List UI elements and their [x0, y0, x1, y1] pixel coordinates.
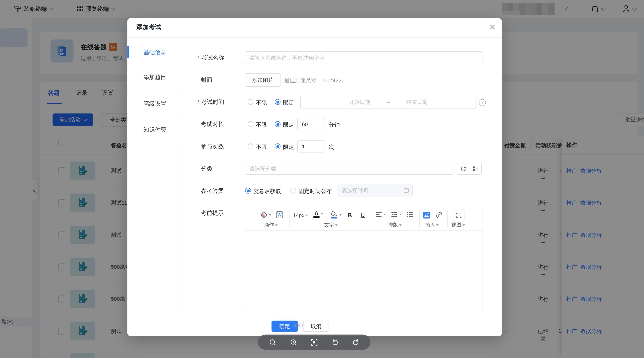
import-word-button[interactable]: W [276, 211, 284, 219]
fullscreen-icon [456, 212, 462, 219]
insert-link-button[interactable] [435, 211, 443, 219]
attempts-value-input[interactable] [298, 140, 324, 153]
caret-down-icon [275, 224, 278, 226]
exam-time-unlimited-label: 不限 [256, 99, 267, 106]
toolbar-divider [419, 210, 420, 228]
add-exam-dialog: 添加考试 ✕ 基础信息 添加题目 高级设置 知识付费 考试名称 封面 添加图片 … [127, 18, 502, 336]
exam-date-range-picker[interactable]: 开始日期 ~ 结束日期 [300, 96, 476, 109]
link-icon [435, 211, 443, 219]
chevron-down-icon [384, 214, 386, 216]
manage-category-button[interactable] [469, 163, 482, 175]
insert-image-button[interactable] [422, 212, 430, 219]
refresh-category-button[interactable] [457, 163, 470, 175]
font-size-value: 14px [293, 212, 304, 218]
dialog-title: 添加考试 [136, 23, 161, 31]
image-icon [422, 212, 430, 219]
caret-down-icon [335, 224, 338, 226]
exam-name-input[interactable] [245, 51, 483, 64]
duration-label: 考试时长 [201, 121, 224, 128]
duration-limited-label: 限定 [283, 121, 294, 129]
align-button[interactable] [375, 211, 386, 218]
notice-label: 考前提示 [201, 210, 224, 217]
group-insert[interactable]: 插入 [425, 222, 438, 229]
dialog-tab-basic-info[interactable]: 基础信息 [127, 44, 184, 60]
attempts-limited-radio[interactable] [275, 143, 281, 149]
eraser-diamond-icon [260, 211, 268, 219]
answer-after-submit-label: 交卷后获取 [254, 188, 281, 195]
bold-label: B [348, 212, 352, 219]
fit-screen-icon[interactable] [310, 338, 318, 346]
group-operate[interactable]: 操作 [264, 222, 278, 229]
indent-button[interactable] [390, 211, 402, 218]
font-color-bar [313, 216, 320, 218]
zoom-out-icon[interactable] [268, 338, 277, 346]
word-doc-icon: W [276, 211, 284, 219]
rotate-right-icon[interactable] [352, 338, 360, 346]
duration-unit: 分钟 [328, 121, 340, 129]
underline-button[interactable]: U [360, 212, 365, 218]
cover-size-hint: 最佳封面尺寸：750*422 [284, 77, 342, 84]
caret-down-icon [399, 224, 402, 226]
category-list-icon [472, 166, 478, 172]
format-eraser-button[interactable] [260, 211, 272, 219]
toolbar-divider [447, 210, 448, 228]
dialog-tab-paid-knowledge[interactable]: 知识付费 [127, 121, 184, 138]
highlight-color-button[interactable] [330, 211, 342, 219]
fullscreen-button[interactable] [453, 210, 464, 221]
rich-text-editor: W 14px A B U [245, 207, 483, 311]
attempts-limited-label: 限定 [283, 143, 294, 151]
duration-value-input[interactable] [298, 118, 324, 130]
add-image-button[interactable]: 添加图片 [245, 73, 281, 87]
align-lines-icon [375, 211, 382, 218]
rotate-left-icon[interactable] [331, 338, 339, 346]
dialog-tab-add-questions[interactable]: 添加题目 [127, 69, 184, 85]
cancel-button[interactable]: 取消 [303, 320, 329, 332]
group-text[interactable]: 文字 [324, 222, 338, 229]
attempts-label: 参与次数 [201, 143, 224, 150]
start-date-placeholder: 开始日期 [349, 99, 370, 106]
add-image-label: 添加图片 [252, 76, 274, 84]
editor-content-area[interactable] [245, 231, 482, 311]
font-size-dropdown[interactable]: 14px [293, 212, 308, 218]
bold-button[interactable]: B [348, 212, 352, 219]
indent-icon [390, 211, 398, 218]
exam-time-unlimited-radio[interactable] [248, 99, 254, 105]
attempts-unlimited-label: 不限 [256, 143, 267, 151]
underline-label: U [360, 212, 365, 218]
answer-after-submit-radio[interactable] [245, 188, 251, 194]
svg-text:W: W [278, 213, 282, 217]
duration-unlimited-label: 不限 [256, 121, 267, 129]
attempts-unit: 次 [328, 143, 334, 151]
exam-time-limited-radio[interactable] [275, 99, 281, 105]
cancel-label: 取消 [311, 322, 322, 330]
calendar-icon [404, 188, 409, 193]
group-layout[interactable]: 排版 [388, 222, 402, 229]
refresh-icon [460, 166, 466, 172]
dialog-tab-advanced[interactable]: 高级设置 [127, 95, 184, 112]
chevron-down-icon [399, 214, 402, 216]
category-select[interactable] [245, 163, 454, 175]
exam-time-limited-label: 限定 [283, 99, 294, 106]
group-view[interactable]: 视图 [451, 222, 465, 229]
info-icon[interactable]: i [479, 99, 486, 106]
end-date-placeholder: 结束日期 [406, 99, 428, 106]
answer-fixed-time-radio[interactable] [290, 188, 296, 194]
fill-color-icon [330, 211, 338, 219]
close-icon[interactable]: ✕ [488, 23, 497, 32]
chevron-down-icon [321, 213, 323, 215]
caret-down-icon [436, 224, 438, 226]
toolbar-divider [289, 210, 290, 228]
caret-down-icon [462, 224, 465, 226]
answer-time-picker[interactable] [337, 185, 413, 196]
ordered-list-icon [406, 211, 414, 218]
chevron-down-icon [339, 214, 342, 216]
chevron-down-icon [306, 214, 308, 216]
font-color-button[interactable]: A [313, 211, 323, 218]
duration-unlimited-radio[interactable] [248, 121, 254, 127]
attempts-unlimited-radio[interactable] [248, 143, 254, 149]
zoom-in-icon[interactable] [289, 338, 298, 346]
answer-label: 参考答案 [201, 188, 224, 195]
duration-limited-radio[interactable] [275, 121, 281, 127]
font-color-letter: A [314, 211, 318, 216]
ordered-list-button[interactable] [406, 211, 414, 218]
